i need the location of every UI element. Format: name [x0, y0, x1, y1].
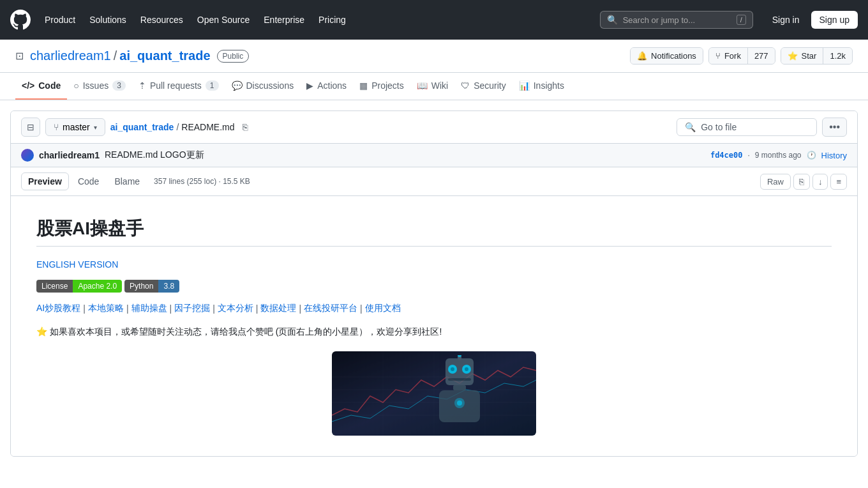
link-data-processing[interactable]: 数据处理	[260, 303, 296, 314]
tab-wiki-label: Wiki	[431, 80, 448, 91]
commit-dot: ·	[747, 151, 749, 160]
discussions-icon: 💬	[232, 80, 243, 91]
code-tab-button[interactable]: Code	[71, 173, 105, 190]
breadcrumb-repo-link[interactable]: ai_quant_trade	[110, 122, 174, 132]
nav-pricing[interactable]: Pricing	[312, 11, 352, 29]
wiki-icon: 📖	[417, 80, 428, 91]
file-view-container: ⊟ ⑂ master ▾ ai_quant_trade / README.md …	[10, 111, 858, 457]
link-assist-trade[interactable]: 辅助操盘	[131, 303, 167, 314]
branch-name: master	[63, 122, 90, 132]
link-local-strategy[interactable]: 本地策略	[88, 303, 124, 314]
link-docs[interactable]: 使用文档	[365, 303, 401, 314]
commit-bar: charliedream1 README.md LOGO更新 fd4ce00 ·…	[11, 144, 857, 167]
python-badge: Python 3.8	[124, 280, 179, 293]
go-to-file-button[interactable]: 🔍 Go to file	[677, 118, 817, 136]
signup-button[interactable]: Sign up	[811, 11, 858, 29]
copy-content-button[interactable]: ⎘	[793, 174, 810, 190]
fork-label: Fork	[724, 51, 741, 61]
nav-resources[interactable]: Resources	[134, 11, 190, 29]
security-icon: 🛡	[461, 80, 470, 91]
license-badge-label: License	[36, 280, 73, 293]
search-go-icon: 🔍	[685, 122, 696, 132]
fork-btn-group: ⑂ Fork 277	[708, 47, 775, 65]
commit-meta: fd4ce00 · 9 months ago 🕐 History	[710, 151, 847, 160]
tab-issues[interactable]: ○ Issues 3	[67, 73, 132, 100]
link-sep-7: |	[360, 303, 363, 314]
blame-tab-button[interactable]: Blame	[108, 173, 146, 190]
link-text-analysis[interactable]: 文本分析	[218, 303, 253, 314]
signin-button[interactable]: Sign in	[766, 11, 806, 29]
repo-name-link[interactable]: ai_quant_trade	[119, 49, 210, 63]
star-count[interactable]: 1.2k	[823, 48, 852, 64]
link-sep-6: |	[299, 303, 301, 314]
tab-code[interactable]: </> Code	[15, 73, 67, 100]
github-logo[interactable]	[10, 10, 31, 30]
svg-point-18	[457, 400, 462, 406]
sidebar-toggle-button[interactable]: ⊟	[21, 118, 40, 137]
nav-items: Product Solutions Resources Open Source …	[38, 11, 352, 29]
copy-content-icon: ⎘	[799, 177, 804, 187]
tab-actions-label: Actions	[317, 80, 347, 91]
go-to-file-label: Go to file	[701, 122, 809, 132]
auth-buttons: Sign in Sign up	[766, 11, 858, 29]
github-logo-icon	[10, 10, 31, 30]
commit-sha-link[interactable]: fd4ce00	[710, 151, 743, 160]
python-badge-label: Python	[124, 280, 158, 293]
outline-button[interactable]: ≡	[830, 174, 847, 190]
file-info: 357 lines (255 loc) · 15.5 KB	[154, 177, 250, 186]
notifications-btn-group: 🔔 Notifications	[630, 47, 703, 65]
tab-discussions[interactable]: 💬 Discussions	[225, 73, 301, 100]
tab-pull-requests[interactable]: ⇡ Pull requests 1	[132, 73, 225, 100]
nav-enterprise[interactable]: Enterprise	[257, 11, 311, 29]
star-button[interactable]: ⭐ Star	[781, 48, 823, 64]
tab-insights[interactable]: 📊 Insights	[513, 73, 571, 100]
nav-open-source[interactable]: Open Source	[191, 11, 257, 29]
tab-actions[interactable]: ▶ Actions	[300, 73, 353, 100]
search-bar[interactable]: 🔍 Search or jump to... /	[600, 11, 753, 29]
star-btn-group: ⭐ Star 1.2k	[781, 47, 853, 65]
tab-security[interactable]: 🛡 Security	[454, 73, 513, 100]
tab-insights-label: Insights	[534, 80, 564, 91]
search-icon: 🔍	[607, 15, 618, 25]
commit-author-link[interactable]: charliedream1	[39, 150, 100, 160]
fork-count[interactable]: 277	[747, 48, 775, 64]
repo-path: charliedream1 / ai_quant_trade	[30, 49, 211, 63]
bell-icon: 🔔	[637, 51, 647, 61]
link-sep-4: |	[213, 303, 215, 314]
search-shortcut: /	[737, 15, 746, 25]
avatar	[21, 149, 34, 162]
tab-wiki[interactable]: 📖 Wiki	[410, 73, 454, 100]
raw-button[interactable]: Raw	[760, 174, 791, 190]
notifications-button[interactable]: 🔔 Notifications	[631, 48, 703, 64]
copy-path-button[interactable]: ⎘	[240, 119, 250, 135]
tab-security-label: Security	[474, 80, 506, 91]
svg-rect-14	[448, 378, 471, 381]
repo-owner-link[interactable]: charliedream1	[30, 49, 111, 63]
path-separator: /	[114, 49, 117, 63]
branch-chevron-icon: ▾	[94, 124, 97, 131]
tab-projects-label: Projects	[371, 80, 404, 91]
repo-header: ⊡ charliedream1 / ai_quant_trade Public …	[0, 40, 868, 73]
readme-title: 股票AI操盘手	[36, 217, 832, 247]
nav-solutions[interactable]: Solutions	[83, 11, 133, 29]
nav-product[interactable]: Product	[38, 11, 82, 29]
branch-selector[interactable]: ⑂ master ▾	[45, 118, 105, 136]
link-online-research[interactable]: 在线投研平台	[304, 303, 357, 314]
history-link[interactable]: History	[821, 151, 847, 160]
pr-badge: 1	[206, 80, 219, 91]
link-factor-mining[interactable]: 因子挖掘	[174, 303, 210, 314]
svg-rect-15	[453, 385, 466, 390]
fork-button[interactable]: ⑂ Fork	[709, 48, 747, 64]
branch-icon: ⑂	[54, 122, 59, 132]
svg-point-11	[465, 367, 468, 371]
preview-tab-button[interactable]: Preview	[21, 172, 69, 190]
more-options-button[interactable]: •••	[822, 118, 847, 137]
link-ai-tutorial[interactable]: AI炒股教程	[36, 303, 80, 314]
readme-content: 股票AI操盘手 ENGLISH VERSION License Apache 2…	[11, 196, 857, 456]
outline-icon: ≡	[836, 177, 841, 187]
download-button[interactable]: ↓	[812, 174, 828, 190]
tab-projects[interactable]: ▦ Projects	[353, 73, 410, 100]
star-icon: ⭐	[788, 51, 798, 61]
python-badge-value: 3.8	[158, 280, 179, 293]
english-version-link[interactable]: ENGLISH VERSION	[36, 259, 832, 270]
